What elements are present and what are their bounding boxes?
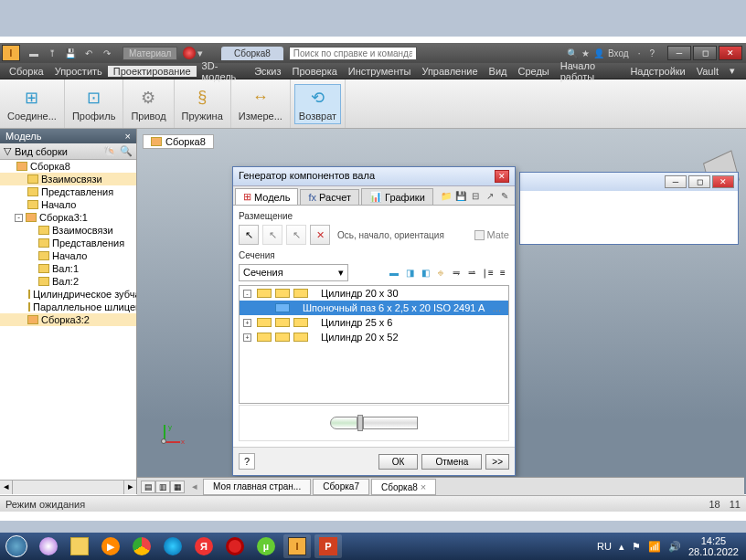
doc-tab[interactable]: Сборка8 ×	[371, 479, 436, 495]
taskbar-media-icon[interactable]: ▶	[97, 534, 124, 558]
taskbar-chrome-icon[interactable]	[128, 534, 155, 558]
tray-up-icon[interactable]: ▴	[619, 541, 624, 553]
panel-close-icon[interactable]: ×	[125, 131, 131, 142]
select-axis-button[interactable]: ↖	[239, 225, 259, 245]
sec-insert-icon[interactable]: ⎆	[434, 267, 447, 280]
cascade-icon[interactable]: ▦	[170, 481, 185, 493]
menu-проектирование[interactable]: Проектирование	[108, 66, 197, 77]
menu-упростить[interactable]: Упростить	[49, 66, 108, 77]
sec-list-icon[interactable]: ≡	[496, 267, 509, 280]
menu-начало работы[interactable]: Начало работы	[555, 60, 625, 82]
expand-button[interactable]: >>	[485, 454, 509, 470]
sec-maximize-button[interactable]: ◻	[688, 175, 710, 188]
search-icon[interactable]: 🔍	[567, 48, 578, 58]
tree-item[interactable]: Цилиндрическое зубчатое	[0, 288, 136, 301]
taskbar-edge-icon[interactable]	[159, 534, 186, 558]
menu-vault[interactable]: Vault	[691, 66, 724, 77]
tree-item[interactable]: Представления	[0, 237, 136, 249]
dlg-save-icon[interactable]: 💾	[454, 189, 467, 202]
tile-v-icon[interactable]: ▥	[155, 481, 170, 493]
menu-надстройки[interactable]: Надстройки	[624, 66, 690, 77]
dlg-opt3-icon[interactable]: ✎	[498, 189, 511, 202]
tree-item[interactable]: -Сборка3:1	[0, 211, 136, 224]
dialog-help-button[interactable]: ?	[239, 453, 255, 470]
ribbon-Соедине...[interactable]: ⊞Соедине...	[4, 85, 60, 123]
sec-view3-icon[interactable]: ◧	[419, 267, 432, 280]
sec-view1-icon[interactable]: ▬	[388, 267, 400, 280]
find-icon[interactable]: 🔍	[120, 145, 133, 157]
ribbon-Привод[interactable]: ⚙Привод	[127, 85, 169, 123]
ribbon-Измере...[interactable]: ↔Измере...	[235, 85, 286, 123]
cancel-button[interactable]: Отмена	[421, 454, 482, 470]
tree-item[interactable]: Параллельное шлицевое с	[0, 301, 136, 313]
sections-list[interactable]: -Цилиндр 20 x 30 Шпоночный паз 6 x 2,5 x…	[239, 285, 509, 404]
taskbar-powerpoint-icon[interactable]: P	[314, 534, 342, 558]
material-selector[interactable]: Материал	[123, 47, 177, 60]
tree-item[interactable]: Начало	[0, 249, 136, 262]
appearance-orb-icon[interactable]	[183, 47, 196, 59]
sec-close-button[interactable]: ✕	[712, 175, 734, 188]
tree-item[interactable]: Начало	[0, 198, 136, 211]
inventor-app-icon[interactable]: I	[2, 45, 20, 61]
taskbar-explorer-icon[interactable]	[66, 534, 93, 558]
help-icon[interactable]: ?	[649, 48, 655, 58]
ribbon-Пружина[interactable]: §Пружина	[178, 85, 227, 123]
dialog-titlebar[interactable]: Генератор компонентов вала ✕	[233, 167, 515, 186]
tree-item[interactable]: Вал:2	[0, 275, 136, 288]
menu-проверка[interactable]: Проверка	[287, 66, 343, 77]
tray-net-icon[interactable]: 📶	[648, 541, 661, 553]
tree-item[interactable]: Сборка3:2	[0, 313, 136, 326]
ok-button[interactable]: ОК	[378, 454, 419, 470]
panel-scrollbar[interactable]: ◂ ▸	[0, 480, 136, 494]
qat-new-icon[interactable]: ▬	[27, 47, 40, 59]
tab-calculation[interactable]: fxРасчет	[300, 189, 359, 205]
tree-item[interactable]: Взаимосвязи	[0, 173, 136, 185]
menu-эскиз[interactable]: Эскиз	[249, 66, 286, 77]
qat-redo-icon[interactable]: ↷	[101, 47, 113, 59]
maximize-button[interactable]: ◻	[693, 46, 717, 60]
taskbar-opera-icon[interactable]	[221, 534, 249, 558]
tray-lang[interactable]: RU	[597, 541, 612, 552]
tray-vol-icon[interactable]: 🔊	[668, 541, 681, 553]
ribbon-Профиль[interactable]: ⊡Профиль	[69, 85, 120, 123]
taskbar-utorrent-icon[interactable]: µ	[252, 534, 280, 558]
login-link[interactable]: Вход	[608, 48, 629, 58]
taskbar-yandex-icon[interactable]: Я	[190, 534, 218, 558]
viewport-document-tab[interactable]: Сборка8	[143, 134, 214, 149]
sec-split-icon[interactable]: ⥭	[450, 267, 463, 280]
section-item[interactable]: Шпоночный паз 6 x 2,5 x 20 ISO 2491 A...	[240, 301, 508, 315]
filter-icon[interactable]: ▽	[4, 145, 11, 157]
tree-item[interactable]: Сборка8	[0, 160, 136, 173]
model-panel-header[interactable]: Модель ×	[0, 129, 136, 143]
qat-open-icon[interactable]: ⤒	[46, 47, 59, 59]
dlg-folder-icon[interactable]: 📁	[440, 189, 453, 202]
taskbar-inventor-icon[interactable]: I	[283, 534, 311, 558]
ribbon-Возврат[interactable]: ⟲Возврат	[294, 84, 341, 124]
select-start-button[interactable]: ↖	[262, 225, 282, 245]
menu-инструменты[interactable]: Инструменты	[343, 66, 417, 77]
mate-checkbox[interactable]: Mate	[474, 229, 509, 240]
star-icon[interactable]: ★	[581, 48, 590, 58]
flip-button[interactable]: ✕	[310, 225, 330, 245]
close-button[interactable]: ✕	[719, 46, 742, 60]
menu-сборка[interactable]: Сборка	[4, 66, 49, 77]
qat-undo-icon[interactable]: ↶	[82, 47, 95, 59]
menu-вид[interactable]: Вид	[484, 66, 513, 77]
sections-combo[interactable]: Сечения▾	[239, 264, 348, 281]
start-button[interactable]	[0, 533, 33, 560]
sec-tree-icon[interactable]: ❘≡	[481, 267, 494, 280]
tree-item[interactable]: Вал:1	[0, 262, 136, 275]
tile-h-icon[interactable]: ▤	[141, 481, 155, 493]
section-item[interactable]: -Цилиндр 20 x 30	[240, 286, 508, 301]
dialog-close-button[interactable]: ✕	[495, 170, 509, 183]
model-tree[interactable]: Сборка8ВзаимосвязиПредставленияНачало-Сб…	[0, 160, 136, 480]
doc-tab[interactable]: Моя главная стран...	[203, 479, 311, 495]
sec-minimize-button[interactable]: ─	[665, 175, 687, 188]
tray-clock[interactable]: 14:25 28.10.2022	[688, 535, 739, 557]
section-item[interactable]: +Цилиндр 25 x 6	[240, 315, 508, 330]
view-mode-label[interactable]: Вид сборки	[15, 146, 68, 157]
search-input[interactable]	[289, 47, 417, 60]
doc-tab[interactable]: Сборка7	[313, 479, 369, 495]
minimize-button[interactable]: ─	[667, 46, 691, 60]
tray-flag-icon[interactable]: ⚑	[632, 541, 641, 553]
